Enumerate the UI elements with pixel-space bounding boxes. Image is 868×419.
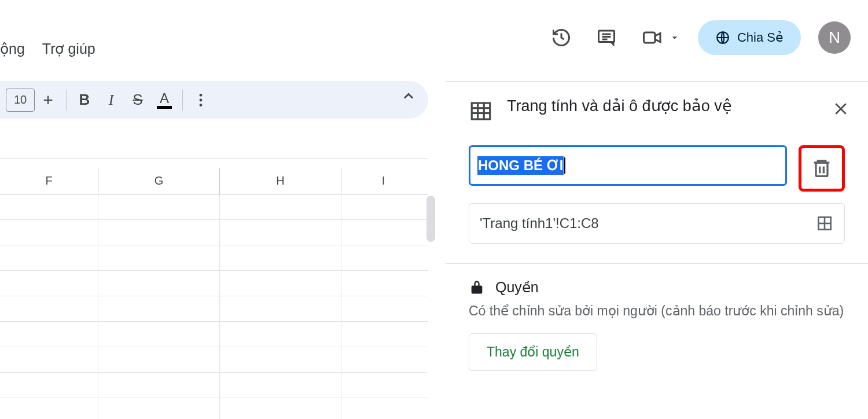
svg-point-9 (200, 104, 203, 106)
font-size-increase-button[interactable]: + (35, 87, 61, 113)
panel-title: Trang tính và dải ô được bảo vệ (507, 95, 818, 117)
video-icon (638, 24, 665, 52)
lock-icon (469, 280, 485, 296)
column-headers: F G H I (0, 168, 428, 194)
table-row[interactable] (0, 347, 428, 373)
column-header-i[interactable]: I (341, 168, 425, 194)
table-row[interactable] (0, 194, 428, 220)
svg-point-7 (200, 93, 203, 96)
svg-rect-4 (643, 32, 655, 43)
avatar[interactable]: N (818, 21, 851, 54)
column-header-f[interactable]: F (0, 168, 98, 194)
permissions-heading: Quyền (469, 279, 845, 296)
table-row[interactable] (0, 220, 428, 245)
text-color-button[interactable]: A (151, 87, 178, 113)
toolbar-separator (182, 90, 183, 111)
delete-button[interactable] (799, 145, 845, 192)
meet-dropdown[interactable] (638, 24, 681, 52)
protected-ranges-panel: Trang tính và dải ô được bảo vệ HONG BÉ … (446, 81, 868, 419)
avatar-letter: N (829, 28, 840, 47)
permissions-label: Quyền (495, 279, 539, 296)
collapse-toolbar-button[interactable] (400, 88, 417, 106)
topbar-right: Chia Sẻ N (547, 20, 851, 55)
range-value: 'Trang tính1'!C1:C8 (480, 215, 599, 231)
divider (446, 263, 868, 264)
change-permissions-button[interactable]: Thay đổi quyền (469, 333, 597, 371)
table-row[interactable] (0, 245, 428, 271)
strikethrough-button[interactable]: S (124, 87, 151, 113)
more-options-button[interactable] (187, 87, 214, 113)
text-cursor (564, 157, 565, 174)
table-row[interactable] (0, 296, 428, 322)
spreadsheet-grid[interactable]: F G H I (0, 168, 428, 419)
table-row[interactable] (0, 398, 428, 419)
scrollbar-thumb[interactable] (426, 196, 435, 242)
italic-button[interactable]: I (98, 87, 124, 113)
trash-icon (810, 157, 833, 180)
menu-item-partial[interactable]: ộng (0, 41, 25, 57)
panel-body: HONG BÉ ƠI 'Trang tính1'!C1:C8 Quyền Có … (446, 139, 868, 371)
globe-icon (715, 30, 730, 45)
column-header-g[interactable]: G (98, 168, 220, 194)
history-icon[interactable] (547, 24, 575, 52)
bold-button[interactable]: B (71, 87, 98, 113)
permissions-section: Quyền Có thể chỉnh sửa bởi mọi người (cả… (469, 279, 845, 371)
sheet-icon (469, 99, 493, 126)
panel-header: Trang tính và dải ô được bảo vệ (446, 82, 868, 139)
select-range-icon[interactable] (815, 214, 834, 233)
table-row[interactable] (0, 322, 428, 347)
share-button[interactable]: Chia Sẻ (698, 20, 801, 55)
svg-marker-5 (655, 34, 660, 42)
font-size-input[interactable]: 10 (6, 89, 35, 112)
close-button[interactable] (832, 100, 851, 120)
app-topbar: ộng Trợ giúp Chia Sẻ N (0, 12, 868, 52)
vertical-scrollbar[interactable] (426, 196, 435, 416)
menu-item-help[interactable]: Trợ giúp (42, 41, 95, 57)
toolbar-separator (66, 90, 67, 111)
svg-point-8 (200, 98, 203, 101)
column-header-h[interactable]: H (220, 168, 341, 194)
table-row[interactable] (0, 271, 428, 296)
description-value: HONG BÉ ƠI (477, 156, 564, 175)
chevron-down-icon (669, 32, 681, 43)
share-label: Chia Sẻ (737, 30, 784, 45)
menu-bar: ộng Trợ giúp (0, 41, 95, 57)
range-input[interactable]: 'Trang tính1'!C1:C8 (469, 203, 845, 244)
permissions-description: Có thể chỉnh sửa bởi mọi người (cảnh báo… (469, 302, 845, 321)
description-row: HONG BÉ ƠI (469, 145, 845, 192)
table-row[interactable] (0, 373, 428, 398)
description-input[interactable]: HONG BÉ ƠI (469, 145, 787, 186)
svg-rect-17 (816, 163, 827, 176)
formatting-toolbar: 10 + B I S A (0, 81, 428, 119)
comment-icon[interactable] (593, 24, 620, 52)
svg-rect-10 (472, 103, 490, 119)
